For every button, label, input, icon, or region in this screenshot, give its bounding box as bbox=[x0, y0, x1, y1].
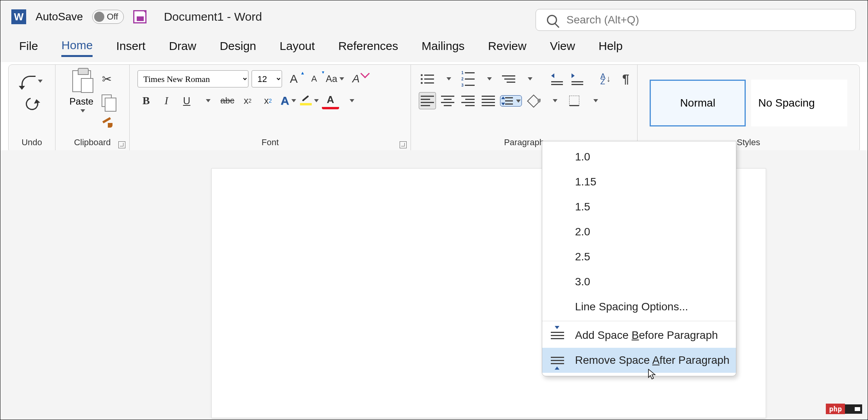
numbering-button[interactable]: 1 2 3 bbox=[459, 70, 477, 87]
search-icon bbox=[547, 15, 557, 25]
tab-design[interactable]: Design bbox=[220, 39, 256, 56]
borders-icon bbox=[569, 96, 579, 106]
align-left-icon bbox=[421, 95, 434, 106]
line-spacing-1-15[interactable]: 1.15 bbox=[542, 169, 736, 194]
undo-group: Undo bbox=[9, 65, 55, 152]
style-normal[interactable]: Normal bbox=[650, 80, 746, 126]
autosave-toggle[interactable]: Off bbox=[92, 10, 124, 24]
undo-icon bbox=[21, 76, 36, 87]
highlight-button[interactable] bbox=[300, 92, 319, 109]
strikethrough-button[interactable]: abc bbox=[219, 92, 236, 109]
multilevel-list-button[interactable] bbox=[500, 70, 517, 87]
bullets-dropdown[interactable] bbox=[439, 70, 456, 87]
undo-button[interactable] bbox=[21, 73, 43, 90]
bold-button[interactable]: B bbox=[138, 92, 155, 109]
align-right-button[interactable] bbox=[459, 92, 477, 109]
add-space-before-icon bbox=[551, 330, 564, 341]
borders-dropdown[interactable] bbox=[586, 92, 603, 109]
shrink-font-button[interactable]: A▾ bbox=[305, 70, 323, 87]
align-right-icon bbox=[461, 95, 475, 106]
brush-icon bbox=[101, 117, 113, 128]
shading-button[interactable] bbox=[525, 92, 542, 109]
menu-separator bbox=[542, 321, 736, 321]
justify-icon bbox=[482, 95, 495, 106]
sort-button[interactable]: AZ↓ bbox=[597, 70, 614, 87]
line-spacing-2-0[interactable]: 2.0 bbox=[542, 219, 736, 244]
multilevel-dropdown[interactable] bbox=[520, 70, 538, 87]
font-color-button[interactable]: A bbox=[322, 92, 339, 109]
undo-group-label: Undo bbox=[21, 135, 42, 150]
search-box[interactable] bbox=[536, 9, 856, 31]
clear-formatting-button[interactable]: A bbox=[347, 70, 364, 87]
php-watermark-icon bbox=[845, 404, 862, 414]
word-logo-icon bbox=[11, 9, 26, 24]
borders-button[interactable] bbox=[566, 92, 583, 109]
increase-indent-icon bbox=[572, 73, 583, 85]
line-spacing-button[interactable] bbox=[500, 95, 522, 107]
redo-icon bbox=[23, 95, 41, 112]
add-space-before[interactable]: Add Space Before Paragraph bbox=[542, 323, 736, 348]
tab-home[interactable]: Home bbox=[61, 39, 93, 57]
grow-font-button[interactable]: A▴ bbox=[285, 70, 302, 87]
shading-dropdown[interactable] bbox=[545, 92, 563, 109]
change-case-button[interactable]: Aa bbox=[326, 70, 344, 87]
tab-review[interactable]: Review bbox=[488, 39, 526, 56]
font-name-select[interactable]: Times New Roman bbox=[138, 70, 248, 87]
paste-button[interactable]: Paste bbox=[70, 96, 93, 107]
line-spacing-3-0[interactable]: 3.0 bbox=[542, 269, 736, 294]
line-spacing-1-5[interactable]: 1.5 bbox=[542, 194, 736, 219]
decrease-indent-icon bbox=[551, 73, 563, 85]
clipboard-group-label: Clipboard bbox=[74, 135, 111, 150]
shading-icon bbox=[528, 96, 539, 106]
paste-dropdown[interactable] bbox=[78, 107, 85, 114]
underline-button[interactable]: U bbox=[178, 92, 195, 109]
underline-dropdown[interactable] bbox=[198, 92, 216, 109]
align-left-button[interactable] bbox=[419, 92, 436, 109]
text-effects-button[interactable]: A bbox=[280, 92, 297, 109]
show-marks-button[interactable]: ¶ bbox=[617, 70, 634, 87]
php-watermark: php bbox=[826, 404, 862, 414]
multilevel-icon bbox=[502, 73, 515, 84]
tab-mailings[interactable]: Mailings bbox=[421, 39, 464, 56]
font-color-dropdown[interactable] bbox=[342, 92, 359, 109]
toggle-knob-icon bbox=[94, 12, 104, 22]
tab-insert[interactable]: Insert bbox=[116, 39, 145, 56]
redo-button[interactable] bbox=[23, 95, 41, 112]
tab-help[interactable]: Help bbox=[598, 39, 623, 56]
bullets-icon bbox=[421, 73, 434, 84]
font-launcher[interactable] bbox=[400, 141, 407, 148]
remove-space-after[interactable]: Remove Space After Paragraph bbox=[542, 348, 736, 373]
decrease-indent-button[interactable] bbox=[548, 70, 566, 87]
font-group-label: Font bbox=[261, 135, 279, 150]
tab-file[interactable]: File bbox=[19, 39, 38, 56]
tab-draw[interactable]: Draw bbox=[169, 39, 196, 56]
font-size-select[interactable]: 12 bbox=[252, 70, 282, 87]
format-painter-button[interactable] bbox=[98, 114, 115, 131]
clipboard-launcher[interactable] bbox=[118, 141, 125, 148]
tab-references[interactable]: References bbox=[338, 39, 398, 56]
save-icon[interactable] bbox=[133, 10, 146, 23]
clipboard-group: Paste ✂ Clipboard bbox=[55, 65, 130, 152]
line-spacing-options[interactable]: Line Spacing Options... bbox=[542, 294, 736, 319]
numbering-dropdown[interactable] bbox=[480, 70, 497, 87]
subscript-button[interactable]: x2 bbox=[239, 92, 256, 109]
line-spacing-2-5[interactable]: 2.5 bbox=[542, 244, 736, 269]
justify-button[interactable] bbox=[480, 92, 497, 109]
tab-view[interactable]: View bbox=[550, 39, 575, 56]
paste-icon bbox=[72, 70, 91, 92]
sort-az-label: AZ bbox=[600, 73, 605, 84]
add-space-text: Add Space Before Paragraph bbox=[575, 329, 718, 342]
bullets-button[interactable] bbox=[419, 70, 436, 87]
line-spacing-1-0[interactable]: 1.0 bbox=[542, 144, 736, 169]
style-no-spacing[interactable]: No Spacing bbox=[751, 80, 847, 126]
copy-button[interactable] bbox=[98, 92, 115, 109]
tab-layout[interactable]: Layout bbox=[280, 39, 315, 56]
italic-button[interactable]: I bbox=[158, 92, 175, 109]
autosave-label: AutoSave bbox=[36, 11, 83, 23]
scissors-icon: ✂ bbox=[102, 72, 112, 86]
search-input[interactable] bbox=[566, 14, 801, 26]
increase-indent-button[interactable] bbox=[569, 70, 586, 87]
superscript-button[interactable]: x2 bbox=[259, 92, 277, 109]
cut-button[interactable]: ✂ bbox=[98, 70, 115, 87]
align-center-button[interactable] bbox=[439, 92, 456, 109]
